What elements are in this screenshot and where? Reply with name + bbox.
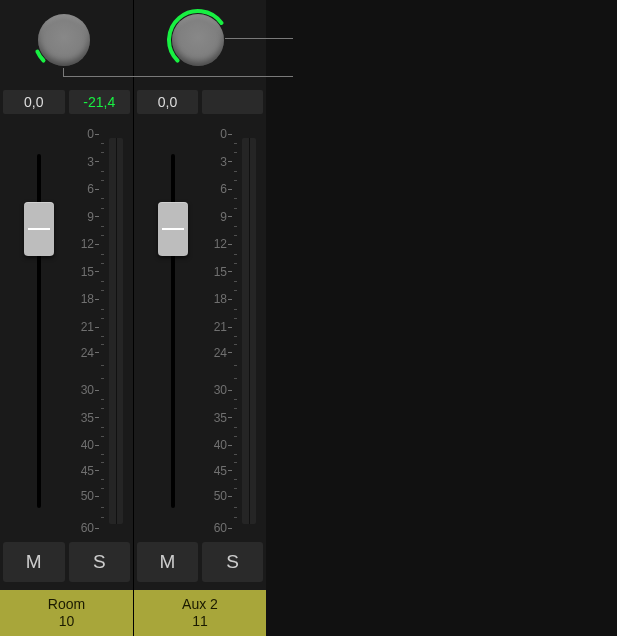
- scale-tick: 21: [81, 320, 99, 334]
- scale-tick-label: 50: [81, 489, 94, 503]
- scale-tick: 0: [220, 127, 232, 141]
- scale-tick-label: 60: [214, 521, 227, 535]
- channel-name: Aux 2: [182, 596, 218, 613]
- scale-tick-label: 50: [214, 489, 227, 503]
- scale-tick-label: 35: [214, 411, 227, 425]
- scale-tick-label: 30: [81, 383, 94, 397]
- solo-button[interactable]: S: [69, 542, 131, 582]
- fader-track: [151, 130, 195, 532]
- scale-tick: 0: [87, 127, 99, 141]
- fader-scale: 03691215182124303540455060: [55, 134, 99, 528]
- scale-tick-label: 30: [214, 383, 227, 397]
- level-value[interactable]: -21,4: [69, 90, 131, 114]
- scale-tick-label: 9: [220, 210, 227, 224]
- scale-tick: 50: [214, 489, 232, 503]
- channel-label[interactable]: Room 10: [0, 590, 133, 636]
- scale-tick: 35: [81, 411, 99, 425]
- scale-tick-label: 12: [214, 237, 227, 251]
- fader-area: 03691215182124303540455060: [0, 120, 133, 542]
- scale-tick-label: 12: [81, 237, 94, 251]
- scale-tick-label: 3: [220, 155, 227, 169]
- scale-tick: 12: [214, 237, 232, 251]
- scale-tick: 35: [214, 411, 232, 425]
- channel-strip-1: 0,0 03691215182124303540455060 M S Aux 2…: [133, 0, 266, 636]
- scale-tick: 18: [81, 292, 99, 306]
- solo-button[interactable]: S: [202, 542, 263, 582]
- send-level-knob[interactable]: [38, 14, 90, 66]
- scale-tick: 15: [214, 265, 232, 279]
- channel-number: 10: [59, 613, 75, 630]
- scale-tick-label: 24: [214, 346, 227, 360]
- send-level-knob[interactable]: [172, 14, 224, 66]
- scale-tick: 6: [220, 182, 232, 196]
- pan-value[interactable]: 0,0: [3, 90, 65, 114]
- pan-value[interactable]: 0,0: [137, 90, 198, 114]
- scale-tick: 9: [220, 210, 232, 224]
- channel-label[interactable]: Aux 2 11: [134, 590, 266, 636]
- knob-area: [134, 0, 266, 90]
- channel-name: Room: [48, 596, 85, 613]
- scale-tick-label: 3: [87, 155, 94, 169]
- scale-tick: 45: [81, 464, 99, 478]
- scale-tick-label: 0: [87, 127, 94, 141]
- scale-tick-label: 45: [214, 464, 227, 478]
- scale-tick: 60: [214, 521, 232, 535]
- scale-tick-label: 6: [87, 182, 94, 196]
- scale-tick: 24: [214, 346, 232, 360]
- scale-tick-label: 9: [87, 210, 94, 224]
- scale-tick-label: 21: [81, 320, 94, 334]
- scale-tick: 21: [214, 320, 232, 334]
- channel-strip-0: 0,0 -21,4 03691215182124303540455060 M S…: [0, 0, 133, 636]
- scale-tick-label: 40: [214, 438, 227, 452]
- mute-solo-row: M S: [134, 542, 266, 590]
- scale-tick-label: 15: [214, 265, 227, 279]
- mute-button[interactable]: M: [3, 542, 65, 582]
- scale-tick: 45: [214, 464, 232, 478]
- scale-tick: 60: [81, 521, 99, 535]
- value-row: 0,0: [134, 90, 266, 120]
- scale-tick: 12: [81, 237, 99, 251]
- scale-tick-label: 18: [214, 292, 227, 306]
- mixer-empty-area: [266, 0, 617, 636]
- minor-ticks: [232, 134, 237, 528]
- volume-fader[interactable]: [158, 202, 188, 256]
- scale-tick: 40: [81, 438, 99, 452]
- scale-tick: 6: [87, 182, 99, 196]
- scale-tick-label: 18: [81, 292, 94, 306]
- mute-button[interactable]: M: [137, 542, 198, 582]
- scale-tick: 3: [87, 155, 99, 169]
- scale-tick-label: 24: [81, 346, 94, 360]
- scale-tick-label: 60: [81, 521, 94, 535]
- scale-tick-label: 6: [220, 182, 227, 196]
- minor-ticks: [99, 134, 104, 528]
- level-value[interactable]: [202, 90, 263, 114]
- scale-tick: 18: [214, 292, 232, 306]
- scale-tick: 3: [220, 155, 232, 169]
- scale-tick-label: 45: [81, 464, 94, 478]
- knob-area: [0, 0, 133, 90]
- value-row: 0,0 -21,4: [0, 90, 133, 120]
- volume-fader[interactable]: [24, 202, 54, 256]
- level-meter: [109, 138, 123, 524]
- channel-number: 11: [192, 613, 208, 630]
- level-meter: [242, 138, 256, 524]
- scale-tick-label: 0: [220, 127, 227, 141]
- scale-tick: 40: [214, 438, 232, 452]
- fader-area: 03691215182124303540455060: [134, 120, 266, 542]
- scale-tick-label: 40: [81, 438, 94, 452]
- scale-tick: 30: [214, 383, 232, 397]
- fader-track: [17, 130, 61, 532]
- scale-tick: 50: [81, 489, 99, 503]
- scale-tick-label: 15: [81, 265, 94, 279]
- scale-tick: 9: [87, 210, 99, 224]
- scale-tick: 24: [81, 346, 99, 360]
- mute-solo-row: M S: [0, 542, 133, 590]
- scale-tick-label: 35: [81, 411, 94, 425]
- scale-tick: 30: [81, 383, 99, 397]
- scale-tick-label: 21: [214, 320, 227, 334]
- scale-tick: 15: [81, 265, 99, 279]
